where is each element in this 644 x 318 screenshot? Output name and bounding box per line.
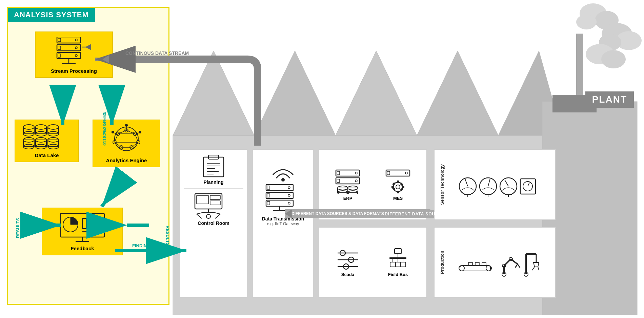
svg-point-50 — [112, 131, 114, 133]
svg-point-97 — [206, 214, 210, 218]
svg-line-188 — [532, 267, 535, 270]
svg-line-154 — [465, 179, 468, 186]
svg-rect-4 — [58, 46, 61, 49]
svg-rect-150 — [390, 262, 396, 267]
svg-point-48 — [125, 124, 128, 127]
sensor-vertical-label: Sensor Technology — [438, 154, 446, 215]
svg-rect-14 — [23, 127, 34, 134]
feedback-box: Feedback — [42, 208, 123, 255]
mes-icon — [384, 168, 411, 194]
sensor-icons — [446, 154, 552, 215]
data-lake-label: Data Lake — [19, 152, 75, 158]
svg-marker-64 — [173, 51, 254, 135]
stream-processing-box: Stream Processing — [35, 31, 113, 78]
svg-rect-100 — [267, 186, 270, 189]
svg-rect-165 — [520, 179, 536, 194]
gateway-icon — [263, 183, 303, 213]
svg-point-2 — [75, 39, 77, 41]
svg-line-183 — [518, 264, 520, 268]
planning-control-room-box: Planning Contr — [180, 149, 247, 298]
production-box: Production — [434, 227, 556, 298]
plant-area: PLANT Planning — [169, 0, 644, 318]
svg-point-115 — [355, 180, 357, 182]
svg-point-52 — [139, 131, 141, 133]
svg-line-43 — [115, 142, 121, 147]
svg-line-95 — [197, 214, 202, 218]
analysis-system-box: ANALYSIS SYSTEM Stream Processing — [7, 7, 169, 305]
svg-rect-26 — [36, 140, 46, 147]
stream-processing-label: Stream Processing — [39, 68, 109, 74]
svg-marker-65 — [254, 51, 336, 135]
mes-item: MES — [373, 168, 423, 201]
svg-line-39 — [118, 130, 126, 134]
svg-rect-106 — [267, 202, 270, 205]
svg-marker-66 — [336, 51, 417, 135]
svg-line-162 — [505, 180, 508, 186]
svg-marker-67 — [417, 51, 498, 135]
svg-point-107 — [288, 202, 290, 204]
svg-rect-99 — [266, 185, 293, 191]
svg-rect-123 — [387, 171, 390, 175]
scada-fieldbus-box: Scada Field Bus — [319, 227, 427, 298]
plant-label: PLANT — [585, 91, 634, 108]
production-vertical-label: Production — [438, 232, 446, 293]
mes-label: MES — [393, 196, 403, 201]
svg-rect-111 — [337, 171, 340, 175]
production-icons — [446, 232, 552, 293]
svg-point-8 — [75, 55, 77, 57]
data-transmission-box: Data Transmission e.g. IIoT Gateway — [253, 149, 314, 298]
scada-label: Scada — [341, 272, 354, 277]
fieldbus-item: Field Bus — [373, 248, 423, 277]
fieldbus-icon — [386, 248, 410, 270]
svg-line-93 — [197, 212, 203, 214]
svg-point-121 — [348, 191, 358, 194]
gauges-icon — [458, 169, 540, 200]
svg-point-77 — [601, 50, 626, 68]
field-bus-label: Field Bus — [388, 272, 408, 277]
svg-rect-146 — [389, 257, 406, 259]
svg-line-178 — [511, 259, 518, 264]
server-icon — [55, 37, 93, 64]
svg-rect-102 — [266, 192, 293, 198]
svg-point-72 — [576, 15, 597, 29]
svg-point-124 — [405, 172, 407, 174]
svg-rect-105 — [266, 200, 293, 206]
svg-point-118 — [338, 191, 348, 194]
feedback-icon — [59, 212, 106, 242]
svg-line-189 — [538, 267, 539, 270]
svg-rect-127 — [397, 181, 399, 183]
analytics-engine-box: Analytics Engine — [93, 120, 160, 167]
planning-label: Planning — [184, 179, 243, 185]
svg-point-98 — [281, 178, 285, 182]
svg-rect-103 — [267, 194, 270, 197]
data-lake-box: Data Lake — [15, 120, 79, 162]
production-icon — [458, 247, 540, 278]
svg-point-112 — [355, 172, 357, 174]
data-lake-icon — [21, 124, 72, 149]
erp-item: ERP — [323, 168, 373, 201]
svg-rect-7 — [58, 54, 61, 57]
svg-rect-23 — [23, 140, 34, 147]
svg-rect-88 — [197, 195, 208, 204]
scada-icon — [336, 248, 360, 270]
svg-line-158 — [488, 179, 490, 186]
iot-icon — [266, 161, 300, 182]
svg-rect-1 — [58, 38, 61, 42]
svg-point-5 — [75, 47, 77, 49]
svg-rect-58 — [95, 217, 99, 229]
data-sources-text: DIFFERENT DATA SOURCES & DATA FORMATS — [385, 212, 490, 216]
svg-rect-128 — [397, 191, 399, 193]
svg-rect-114 — [337, 179, 340, 183]
feedback-label: Feedback — [46, 246, 119, 251]
svg-point-101 — [288, 187, 290, 189]
svg-line-40 — [126, 130, 135, 134]
svg-rect-29 — [48, 140, 59, 147]
svg-rect-17 — [36, 127, 46, 134]
sensor-technology-box: Sensor Technology — [434, 149, 556, 220]
svg-rect-20 — [48, 127, 59, 134]
svg-line-44 — [132, 142, 138, 147]
control-room-label: Control Room — [184, 220, 243, 226]
erp-label: ERP — [343, 196, 353, 201]
analytics-icon — [106, 124, 147, 154]
svg-line-167 — [528, 183, 529, 186]
